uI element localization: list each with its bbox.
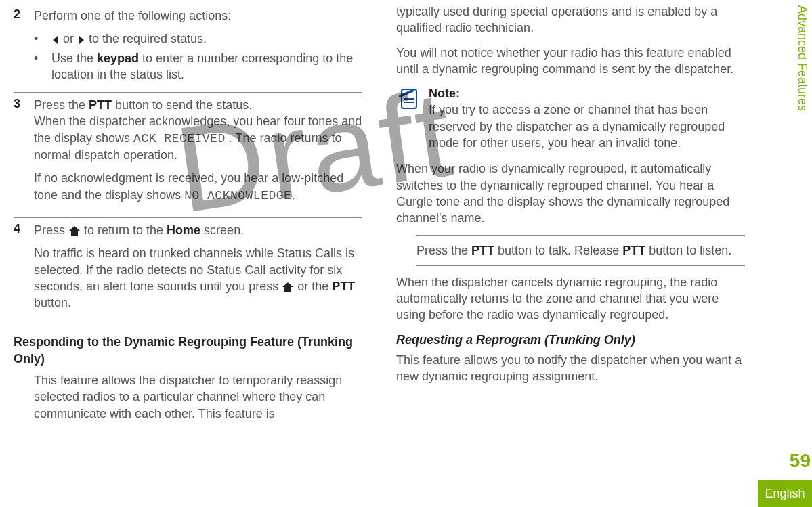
b2b: keypad: [97, 51, 139, 65]
step2-intro: Perform one of the following actions:: [34, 7, 362, 24]
language-box: English: [758, 480, 812, 507]
svg-marker-0: [53, 35, 58, 45]
ptt-instruction: Press the PTT button to talk. Release PT…: [416, 235, 745, 266]
left-column: 2 Perform one of the following actions: …: [14, 3, 383, 430]
note-label: Note:: [429, 87, 460, 100]
step2-bullet-2: • Use the keypad to enter a number corre…: [34, 50, 362, 83]
arrow-right-icon: [77, 35, 85, 45]
r-p1: typically used during special operations…: [396, 3, 745, 37]
s4p2b: or the: [294, 280, 332, 293]
step-number: 4: [14, 222, 34, 317]
step-body: Perform one of the following actions: • …: [34, 7, 362, 85]
ptta: Press the: [416, 244, 471, 257]
step-number: 3: [14, 97, 34, 211]
s4p2c: PTT: [332, 280, 355, 293]
right-sidebar: Advanced Features: [790, 0, 812, 507]
step2-bullet-1: • or to the required status.: [34, 30, 362, 47]
note-icon: [396, 85, 429, 151]
pttb: PTT: [471, 244, 494, 257]
s4p1c: Home: [167, 223, 200, 237]
step-3: 3 Press the PTT button to send the statu…: [14, 93, 362, 218]
page-content: 2 Perform one of the following actions: …: [0, 0, 779, 430]
r-p5: This feature allows you to notify the di…: [396, 352, 745, 385]
page-number: 59: [786, 450, 812, 472]
section-label: Advanced Features: [795, 5, 809, 111]
step-2: 2 Perform one of the following actions: …: [14, 3, 362, 93]
arrow-left-icon: [51, 35, 60, 45]
s4p1d: screen.: [200, 223, 244, 237]
ack-received-code: ACK RECEIVED: [133, 132, 226, 146]
home-icon: [282, 282, 294, 292]
bullet1-mid: or: [60, 32, 77, 45]
step-number: 2: [14, 7, 34, 85]
b2a: Use the: [51, 51, 97, 65]
step-body: Press to return to the Home screen. No t…: [34, 222, 362, 317]
s3p1c: button to send the status.: [112, 98, 252, 112]
step-4: 4 Press to return to the Home screen. No…: [14, 218, 362, 324]
step-body: Press the PTT button to send the status.…: [34, 97, 362, 211]
svg-marker-1: [79, 35, 84, 45]
s3p1b: PTT: [89, 98, 112, 112]
bullet-dot: •: [34, 50, 51, 83]
s3p1a: Press the: [34, 98, 89, 112]
home-icon: [68, 225, 81, 236]
bullet1-post: to the required status.: [85, 32, 207, 45]
pttd: PTT: [622, 244, 645, 257]
s4p1a: Press: [34, 223, 68, 237]
ptte: button to listen.: [645, 244, 731, 257]
note-text: If you try to access a zone or channel t…: [429, 103, 725, 150]
pttc: button to talk. Release: [494, 244, 622, 257]
s4p2d: button.: [34, 296, 71, 309]
svg-marker-3: [282, 282, 293, 292]
r-p2: You will not notice whether your radio h…: [396, 45, 745, 78]
bullet-dot: •: [34, 30, 51, 47]
svg-marker-2: [69, 226, 80, 236]
no-ack-code: NO ACKNOWLEDGE: [184, 189, 291, 202]
s4p1b: to return to the: [81, 223, 167, 237]
note-block: Note: If you try to access a zone or cha…: [396, 85, 745, 151]
requesting-heading: Requesting a Reprogram (Trunking Only): [396, 332, 745, 348]
responding-para: This feature allows the dispatcher to te…: [34, 372, 362, 422]
responding-heading: Responding to the Dynamic Regrouping Fea…: [14, 334, 362, 367]
s3p3b: .: [291, 188, 295, 202]
right-column: typically used during special operations…: [383, 3, 752, 430]
r-p4: When the dispatcher cancels dynamic regr…: [396, 274, 745, 324]
r-p3: When your radio is dynamically regrouped…: [396, 160, 745, 226]
